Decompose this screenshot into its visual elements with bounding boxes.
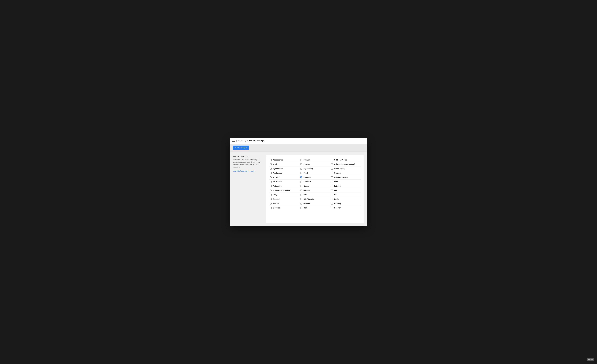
checkbox-outdoor[interactable]: [331, 172, 333, 174]
checkbox-baby[interactable]: [270, 194, 272, 196]
checkbox-fly-fishing[interactable]: [300, 168, 302, 170]
save-button[interactable]: Save Changes: [233, 145, 249, 150]
catalog-item: Archery: [269, 175, 300, 180]
catalog-item: Baby: [269, 193, 300, 197]
toolbar: Save Changes: [230, 144, 367, 152]
label-adult: Adult: [273, 163, 277, 165]
label-baseball: Baseball: [273, 198, 280, 200]
label-office-supply: Office Supply: [334, 168, 346, 170]
catalog-item: RV: [330, 193, 361, 197]
menu-icon[interactable]: [232, 140, 235, 142]
breadcrumb: ▮ Inventory > Vendor Catalogs: [236, 140, 264, 142]
catalog-item: Art & Craft: [269, 180, 300, 184]
checkbox-art-craft[interactable]: [270, 181, 272, 183]
checkbox-garden[interactable]: [300, 190, 302, 191]
checkbox-paintball[interactable]: [331, 185, 333, 187]
catalog-item: Off Road Motor (Canada): [330, 162, 361, 167]
checkbox-adult[interactable]: [270, 163, 272, 165]
catalog-item: Garden: [300, 188, 330, 193]
catalog-item: Bicycles: [269, 206, 300, 210]
breadcrumb-separator: >: [247, 140, 248, 142]
checkbox-bicycles[interactable]: [270, 207, 272, 209]
catalog-item: Gift: [300, 193, 330, 197]
checkbox-footwear[interactable]: [300, 176, 302, 178]
checkbox-baseball[interactable]: [270, 198, 272, 200]
catalog-item: Outdoor Canada: [330, 175, 361, 180]
label-appliances: Appliances: [273, 172, 282, 174]
sidebar-title: VENDOR CATALOGS: [233, 156, 263, 157]
checkbox-automotive-canada[interactable]: [270, 190, 272, 191]
language-badge: English: [587, 358, 594, 361]
catalog-item: Fly Fishing: [300, 167, 330, 171]
catalog-item: Automotive: [269, 184, 300, 188]
label-gift-canada: Gift (Canada): [304, 198, 314, 200]
checkbox-gift[interactable]: [300, 194, 302, 196]
checkbox-food[interactable]: [300, 172, 302, 174]
label-games: Games: [304, 185, 309, 187]
catalog-column-0: AccessoriesAdultAgriculturalAppliancesAr…: [269, 158, 300, 210]
label-glasses: Glasses: [304, 203, 310, 205]
checkbox-agricultural[interactable]: [270, 168, 272, 170]
titlebar: ▮ Inventory > Vendor Catalogs: [230, 137, 367, 144]
catalog-item: Office Supply: [330, 167, 361, 171]
label-off-road-motor: Off Road Motor: [334, 159, 347, 161]
checkbox-fitness[interactable]: [300, 163, 302, 165]
checkbox-beauty[interactable]: [270, 203, 272, 205]
label-automotive-canada: Automotive (Canada): [273, 190, 291, 191]
catalog-item: Agricultural: [269, 167, 300, 171]
checkbox-running[interactable]: [331, 203, 333, 205]
breadcrumb-parent: Inventory: [238, 140, 246, 142]
catalog-item: Racks: [330, 197, 361, 201]
label-rv: RV: [334, 194, 337, 196]
checkbox-racks[interactable]: [331, 198, 333, 200]
breadcrumb-current: Vendor Catalogs: [249, 140, 264, 142]
catalog-item: Paintball: [330, 184, 361, 188]
catalog-item: Furniture: [300, 180, 330, 184]
checkbox-office-supply[interactable]: [331, 168, 333, 170]
checkbox-paint[interactable]: [331, 181, 333, 183]
checkbox-furniture[interactable]: [300, 181, 302, 183]
checkbox-off-road-motor[interactable]: [331, 159, 333, 161]
catalog-item: Appliances: [269, 171, 300, 175]
checkbox-archery[interactable]: [270, 176, 272, 178]
checkbox-firearm[interactable]: [300, 159, 302, 161]
catalog-column-2: Off Road MotorOff Road Motor (Canada)Off…: [330, 158, 361, 210]
label-paint: Paint: [334, 181, 338, 183]
checkbox-off-road-motor-canada[interactable]: [331, 163, 333, 165]
catalog-panel: AccessoriesAdultAgriculturalAppliancesAr…: [266, 155, 364, 223]
label-bicycles: Bicycles: [273, 207, 280, 209]
checkbox-scooter[interactable]: [331, 207, 333, 209]
sidebar-description: Add industry specific vendors to your ac…: [233, 158, 263, 168]
catalog-item: Outdoor: [330, 171, 361, 175]
catalog-item: Baseball: [269, 197, 300, 201]
catalog-column-1: FirearmFitnessFly FishingFoodFootwearFur…: [300, 158, 330, 210]
label-outdoor-canada: Outdoor Canada: [334, 176, 348, 178]
catalog-item: Food: [300, 171, 330, 175]
checkbox-golf[interactable]: [300, 207, 302, 209]
checkbox-appliances[interactable]: [270, 172, 272, 174]
catalog-grid: AccessoriesAdultAgriculturalAppliancesAr…: [269, 158, 361, 210]
catalog-industry-link[interactable]: View list of catalogs by industry: [233, 170, 255, 172]
label-agricultural: Agricultural: [273, 168, 283, 170]
checkbox-accessories[interactable]: [270, 159, 272, 161]
label-firearm: Firearm: [304, 159, 310, 161]
catalog-item: Firearm: [300, 158, 330, 162]
catalog-item: Adult: [269, 162, 300, 167]
label-automotive: Automotive: [273, 185, 283, 187]
checkbox-games[interactable]: [300, 185, 302, 187]
catalog-item: Fitness: [300, 162, 330, 167]
label-garden: Garden: [304, 190, 310, 191]
checkbox-rv[interactable]: [331, 194, 333, 196]
checkbox-gift-canada[interactable]: [300, 198, 302, 200]
catalog-item: Beauty: [269, 201, 300, 206]
checkbox-pet[interactable]: [331, 190, 333, 191]
catalog-item: Footwear: [300, 175, 330, 180]
catalog-item: Golf: [300, 206, 330, 210]
catalog-item: Scooter: [330, 206, 361, 210]
checkbox-outdoor-canada[interactable]: [331, 176, 333, 178]
checkbox-automotive[interactable]: [270, 185, 272, 187]
label-outdoor: Outdoor: [334, 172, 341, 174]
label-off-road-motor-canada: Off Road Motor (Canada): [334, 163, 355, 165]
catalog-item: Running: [330, 201, 361, 206]
checkbox-glasses[interactable]: [300, 203, 302, 205]
